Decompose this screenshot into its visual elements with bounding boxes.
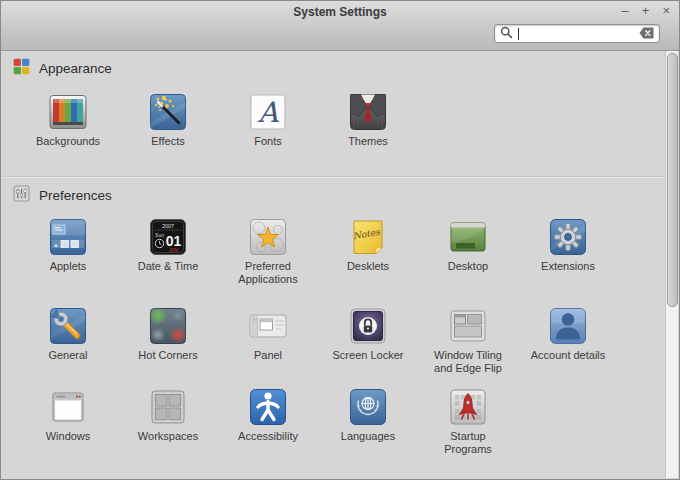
item-label: Desklets [347, 260, 389, 273]
windows-icon [48, 387, 88, 427]
date-time-icon: 2007Sun01JAN [148, 217, 188, 257]
settings-item-effects[interactable]: Effects [118, 92, 218, 148]
hot-corners-icon [148, 306, 188, 346]
settings-item-languages[interactable]: Languages [318, 387, 418, 456]
section-preferences: Preferences [13, 185, 112, 205]
section-divider [2, 176, 664, 177]
settings-item-extensions[interactable]: Extensions [518, 217, 618, 286]
settings-item-applets[interactable]: Applets [18, 217, 118, 286]
item-label: Hot Corners [138, 349, 197, 362]
item-label: Preferred Applications [226, 260, 310, 286]
item-label: Languages [341, 430, 395, 443]
vertical-scrollbar[interactable] [665, 51, 678, 478]
appearance-section-icon [13, 58, 30, 78]
preferences-section-icon [13, 185, 30, 205]
item-label: General [48, 349, 87, 362]
item-label: Window Tiling and Edge Flip [426, 349, 510, 375]
window-header: System Settings – + × [1, 1, 679, 51]
settings-item-windows[interactable]: Windows [18, 387, 118, 456]
settings-item-backgrounds[interactable]: Backgrounds [18, 92, 118, 148]
desktop-icon [448, 217, 488, 257]
item-label: Date & Time [138, 260, 199, 273]
settings-item-panel[interactable]: Panel [218, 306, 318, 375]
preferences-row-3: Windows Workspaces Accessibility Languag… [18, 387, 518, 456]
desklets-icon: Notes [348, 217, 388, 257]
panel-icon [248, 306, 288, 346]
settings-item-window-tiling[interactable]: Window Tiling and Edge Flip [418, 306, 518, 375]
item-label: Screen Locker [333, 349, 404, 362]
text-caret [518, 28, 519, 40]
scrollbar-thumb[interactable] [667, 53, 678, 307]
startup-programs-icon [448, 387, 488, 427]
appearance-items-row: Backgrounds Effects A Fonts Themes [18, 92, 418, 148]
themes-icon [348, 92, 388, 132]
window-tiling-icon [448, 306, 488, 346]
settings-item-fonts[interactable]: A Fonts [218, 92, 318, 148]
settings-item-startup-programs[interactable]: Startup Programs [418, 387, 518, 456]
preferred-applications-icon [248, 217, 288, 257]
search-input[interactable] [521, 28, 637, 40]
screen-locker-icon [348, 306, 388, 346]
settings-item-date-time[interactable]: 2007Sun01JAN Date & Time [118, 217, 218, 286]
system-settings-window: System Settings – + × Appearance [0, 0, 680, 480]
preferences-row-2: General Hot Corners Panel Screen Locker … [18, 306, 618, 375]
settings-item-desklets[interactable]: Notes Desklets [318, 217, 418, 286]
extensions-icon [548, 217, 588, 257]
settings-item-general[interactable]: General [18, 306, 118, 375]
fonts-icon: A [248, 92, 288, 132]
item-label: Startup Programs [426, 430, 510, 456]
applets-icon [48, 217, 88, 257]
item-label: Desktop [448, 260, 488, 273]
window-controls: – + × [622, 4, 670, 18]
settings-item-hot-corners[interactable]: Hot Corners [118, 306, 218, 375]
item-label: Account details [531, 349, 606, 362]
clear-search-icon[interactable] [639, 25, 654, 43]
accessibility-icon [248, 387, 288, 427]
account-details-icon [548, 306, 588, 346]
window-title: System Settings [1, 5, 679, 19]
item-label: Applets [50, 260, 87, 273]
item-label: Effects [151, 135, 184, 148]
item-label: Workspaces [138, 430, 198, 443]
item-label: Backgrounds [36, 135, 100, 148]
settings-item-screen-locker[interactable]: Screen Locker [318, 306, 418, 375]
item-label: Windows [46, 430, 91, 443]
item-label: Themes [348, 135, 388, 148]
search-icon [500, 25, 513, 43]
item-label: Panel [254, 349, 282, 362]
settings-item-account-details[interactable]: Account details [518, 306, 618, 375]
section-title: Preferences [39, 188, 112, 203]
settings-item-themes[interactable]: Themes [318, 92, 418, 148]
effects-icon [148, 92, 188, 132]
backgrounds-icon [48, 92, 88, 132]
settings-item-workspaces[interactable]: Workspaces [118, 387, 218, 456]
svg-text:2007: 2007 [162, 223, 174, 229]
preferences-row-1: Applets 2007Sun01JAN Date & Time Preferr… [18, 217, 618, 286]
svg-text:Sun: Sun [155, 232, 164, 238]
section-appearance: Appearance [13, 58, 112, 78]
item-label: Fonts [254, 135, 282, 148]
close-button[interactable]: × [662, 4, 670, 18]
general-icon [48, 306, 88, 346]
section-title: Appearance [39, 61, 112, 76]
item-label: Accessibility [238, 430, 298, 443]
svg-text:JAN: JAN [169, 248, 179, 253]
settings-item-preferred-applications[interactable]: Preferred Applications [218, 217, 318, 286]
svg-text:A: A [257, 96, 279, 129]
search-box[interactable] [494, 24, 660, 43]
maximize-button[interactable]: + [642, 4, 650, 18]
item-label: Extensions [541, 260, 595, 273]
settings-item-desktop[interactable]: Desktop [418, 217, 518, 286]
workspaces-icon [148, 387, 188, 427]
settings-item-accessibility[interactable]: Accessibility [218, 387, 318, 456]
minimize-button[interactable]: – [622, 4, 629, 18]
languages-icon [348, 387, 388, 427]
